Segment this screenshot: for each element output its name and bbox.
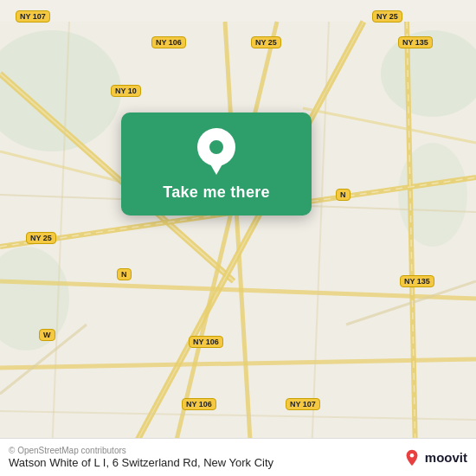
pin-tail	[209, 163, 223, 175]
badge-ny106-top: NY 106	[151, 36, 186, 48]
badge-ny135-right: NY 135	[400, 275, 434, 287]
moovit-icon	[402, 448, 421, 467]
bottom-bar: © OpenStreetMap contributors Watson Whit…	[0, 438, 476, 476]
badge-ny25-tright: NY 25	[372, 10, 402, 23]
map-roads	[0, 0, 476, 476]
bottom-left: © OpenStreetMap contributors Watson Whit…	[9, 446, 273, 469]
badge-ny25-left: NY 25	[26, 232, 56, 244]
badge-ny106-bml: NY 106	[182, 398, 216, 410]
badge-ny107-tl: NY 107	[16, 10, 50, 23]
location-card: Take me there	[121, 113, 312, 215]
moovit-logo: moovit	[402, 448, 467, 467]
badge-ny107-bot: NY 107	[286, 398, 320, 410]
badge-n-lower: N	[117, 268, 132, 280]
pin-inner	[209, 140, 223, 154]
badge-ny135-tr: NY 135	[398, 36, 433, 48]
moovit-text: moovit	[425, 450, 467, 465]
badge-ny10x-mid: NY 10	[111, 85, 141, 97]
svg-point-25	[410, 453, 415, 457]
badge-w-lower: W	[39, 329, 55, 341]
address-text: Watson White of L I, 6 Switzerland Rd, N…	[9, 456, 273, 469]
badge-ny106-bottom: NY 106	[189, 336, 223, 348]
map-container: NY 107 NY 106 NY 25 NY 25 NY 135 NY 10 N…	[0, 0, 476, 476]
pin-circle	[197, 128, 235, 166]
badge-n-mid: N	[336, 189, 351, 201]
location-pin	[197, 128, 235, 175]
take-me-there-button[interactable]: Take me there	[163, 183, 270, 202]
attribution-text: © OpenStreetMap contributors	[9, 446, 273, 455]
badge-ny25-top: NY 25	[251, 36, 281, 48]
